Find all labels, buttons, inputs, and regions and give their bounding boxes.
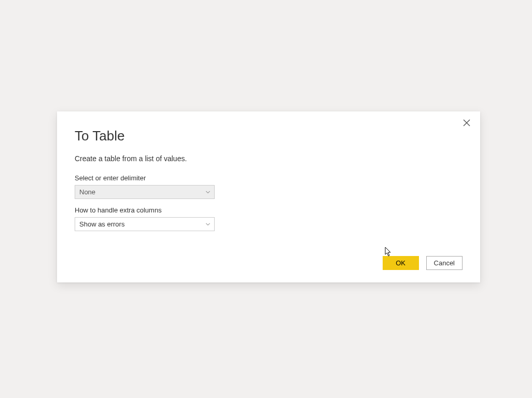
delimiter-field-group: Select or enter delimiter None — [75, 174, 463, 199]
extra-columns-field-group: How to handle extra columns Show as erro… — [75, 206, 463, 231]
extra-columns-dropdown[interactable]: Show as errors — [75, 217, 215, 231]
close-icon — [463, 119, 470, 129]
chevron-down-icon — [206, 223, 210, 225]
ok-button[interactable]: OK — [383, 256, 419, 270]
delimiter-value: None — [79, 188, 95, 196]
close-button[interactable] — [460, 118, 473, 130]
delimiter-dropdown[interactable]: None — [75, 185, 215, 199]
chevron-down-icon — [206, 191, 210, 193]
cursor-icon — [385, 247, 392, 257]
to-table-dialog: To Table Create a table from a list of v… — [57, 111, 480, 282]
dialog-subtitle: Create a table from a list of values. — [75, 154, 463, 163]
dialog-button-row: OK Cancel — [75, 256, 463, 270]
delimiter-label: Select or enter delimiter — [75, 174, 463, 182]
cancel-button[interactable]: Cancel — [426, 256, 463, 270]
dialog-title: To Table — [75, 128, 463, 144]
extra-columns-value: Show as errors — [79, 220, 124, 228]
extra-columns-label: How to handle extra columns — [75, 206, 463, 214]
